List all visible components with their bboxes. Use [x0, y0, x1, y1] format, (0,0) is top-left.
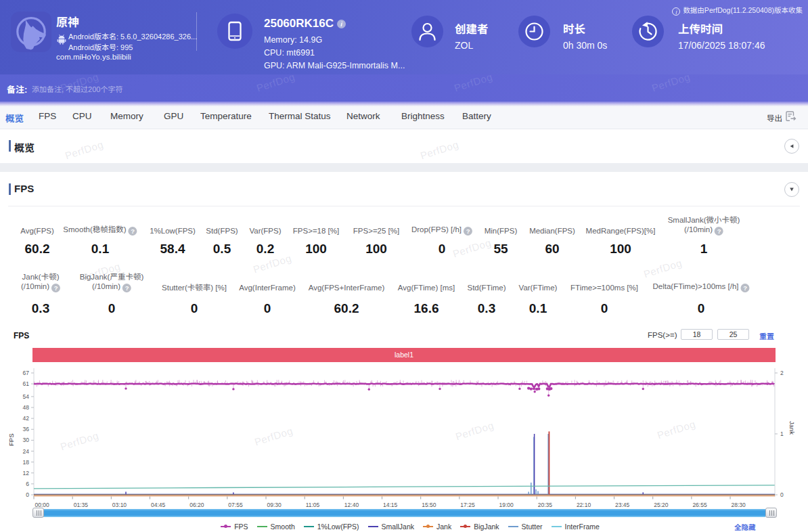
device-cpu: CPU: mt6991 — [264, 48, 315, 58]
svg-text:19:00: 19:00 — [499, 502, 514, 508]
app-name: 原神 — [56, 13, 79, 30]
legend-bigjank[interactable]: BigJank — [460, 523, 499, 531]
metric-label: 1%Low(FPS) — [150, 215, 196, 236]
help-icon[interactable]: ? — [741, 284, 750, 292]
svg-text:12:40: 12:40 — [344, 502, 359, 508]
chart-legend: FPSSmooth1%Low(FPS)SmallJankJankBigJankS… — [0, 520, 808, 532]
note-label: 备注: — [7, 83, 27, 95]
svg-text:28:30: 28:30 — [732, 502, 746, 508]
metric-label: Var(FPS) — [249, 215, 281, 236]
note-input-placeholder[interactable]: 添加备注, 不超过200个字符 — [32, 83, 122, 94]
metric-min-fps-: Min(FPS)55 — [485, 215, 518, 257]
legend-label: BigJank — [474, 523, 499, 531]
metric-label: BigJank(严重卡顿)(/10min)? — [80, 272, 144, 292]
help-icon[interactable]: ? — [464, 227, 472, 236]
legend-fps[interactable]: FPS — [221, 523, 248, 531]
legend-label: Jank — [436, 523, 451, 531]
svg-text:12: 12 — [23, 470, 30, 476]
tab-gpu[interactable]: GPU — [164, 111, 183, 121]
tab-概览[interactable]: 概览 — [5, 111, 24, 125]
device-info-icon[interactable]: i — [337, 20, 346, 28]
svg-text:03:10: 03:10 — [112, 502, 127, 508]
metric-median-fps-: Median(FPS)60 — [529, 215, 575, 257]
tab-fps[interactable]: FPS — [39, 111, 56, 121]
export-button[interactable]: 导出 — [767, 112, 782, 123]
chart-scrollbar-left-handle[interactable] — [32, 508, 44, 518]
fps-section: FPS Avg(FPS)60.2Smooth(稳帧指数)?0.11%Low(FP… — [0, 172, 808, 532]
help-icon[interactable]: ? — [122, 284, 131, 292]
y-axis-left: 0612182430364248546167FPS — [7, 368, 34, 498]
metric-std-ftime-: Std(FTime)0.3 — [467, 272, 506, 316]
metric-value: 0.1 — [63, 242, 137, 257]
metric-label: Drop(FPS) [/h]? — [411, 215, 472, 236]
svg-text:14:15: 14:15 — [383, 502, 398, 508]
metric-fps-25-%-: FPS>=25 [%]100 — [353, 215, 399, 257]
tab-memory[interactable]: Memory — [110, 111, 143, 121]
header-divider — [196, 12, 197, 51]
metric-avg-interframe-: Avg(InterFrame)0 — [239, 272, 296, 316]
note-bar[interactable]: 备注: 添加备注, 不超过200个字符 — [0, 74, 808, 102]
chart-scrollbar[interactable] — [43, 509, 765, 517]
legend-smooth[interactable]: Smooth — [257, 523, 295, 531]
metric-label: Stutter(卡顿率) [%] — [162, 272, 227, 292]
fps-section-title: FPS — [14, 183, 34, 194]
hide-all-button[interactable]: 全隐藏 — [734, 522, 756, 532]
export-icon[interactable] — [784, 110, 797, 126]
help-icon[interactable]: ? — [129, 227, 137, 236]
fps-threshold-input-1[interactable] — [681, 329, 713, 340]
chart-scrollbar-right-handle[interactable] — [765, 508, 777, 518]
svg-text:label1: label1 — [395, 351, 413, 359]
legend-label: Smooth — [271, 523, 295, 531]
legend-marker — [221, 526, 231, 527]
legend-smalljank[interactable]: SmallJank — [368, 523, 414, 531]
metric-value: 55 — [485, 242, 518, 257]
overview-section: 概览 — [0, 129, 808, 163]
legend-jank[interactable]: Jank — [423, 523, 451, 531]
legend-label: SmallJank — [382, 523, 414, 531]
help-icon[interactable]: ? — [51, 284, 60, 292]
reset-button[interactable]: 重置 — [759, 330, 774, 341]
tab-network[interactable]: Network — [346, 111, 380, 121]
overview-collapse-button[interactable] — [784, 139, 799, 154]
tab-brightness[interactable]: Brightness — [401, 111, 445, 121]
duration-clock-icon — [518, 16, 550, 47]
device-gpu: GPU: ARM Mali-G925-Immortalis M... — [264, 61, 405, 70]
metric-label: Smooth(稳帧指数)? — [63, 215, 137, 236]
metric-value: 60 — [529, 242, 575, 257]
overview-section-title: 概览 — [14, 140, 35, 154]
device-name: 25060RK16C — [264, 17, 334, 30]
svg-text:22:10: 22:10 — [577, 502, 591, 508]
fps-threshold-label: FPS(>=) — [648, 331, 677, 339]
legend-1-low-fps-[interactable]: 1%Low(FPS) — [304, 523, 359, 531]
svg-text:61: 61 — [23, 380, 30, 387]
duration-value: 0h 30m 0s — [563, 40, 607, 51]
fps-threshold-input-2[interactable] — [717, 329, 749, 340]
help-icon[interactable]: ? — [715, 227, 723, 236]
svg-text:36: 36 — [23, 426, 30, 433]
fps-chart-title: FPS — [14, 331, 29, 340]
fps-collapse-button[interactable] — [784, 182, 799, 197]
legend-interframe[interactable]: InterFrame — [552, 523, 600, 531]
fps-header-divider — [8, 206, 800, 206]
tab-temperature[interactable]: Temperature — [200, 111, 252, 121]
overview-title-bar — [9, 140, 12, 152]
tab-thermal-status[interactable]: Thermal Status — [269, 111, 331, 121]
metric-value: 100 — [293, 242, 339, 257]
metric-label: FTime>=100ms [%] — [570, 272, 638, 292]
chart-banner: label1 — [32, 348, 776, 362]
metric-label: Avg(FPS) — [20, 215, 54, 236]
legend-stutter[interactable]: Stutter — [508, 523, 543, 531]
info-icon: i — [672, 7, 680, 16]
metric-label: Avg(InterFrame) — [239, 272, 296, 292]
svg-text:0: 0 — [26, 491, 29, 498]
series-fps — [34, 380, 775, 397]
perfdog-wolf-logo-icon — [11, 12, 51, 52]
tab-cpu[interactable]: CPU — [72, 111, 92, 121]
svg-text:01:35: 01:35 — [74, 502, 89, 508]
fps-title-bar — [9, 183, 12, 195]
svg-text:42: 42 — [23, 415, 30, 422]
legend-label: Stutter — [522, 523, 543, 531]
svg-text:04:45: 04:45 — [151, 502, 166, 508]
tab-battery[interactable]: Battery — [462, 111, 491, 121]
upload-time-icon — [632, 16, 664, 47]
